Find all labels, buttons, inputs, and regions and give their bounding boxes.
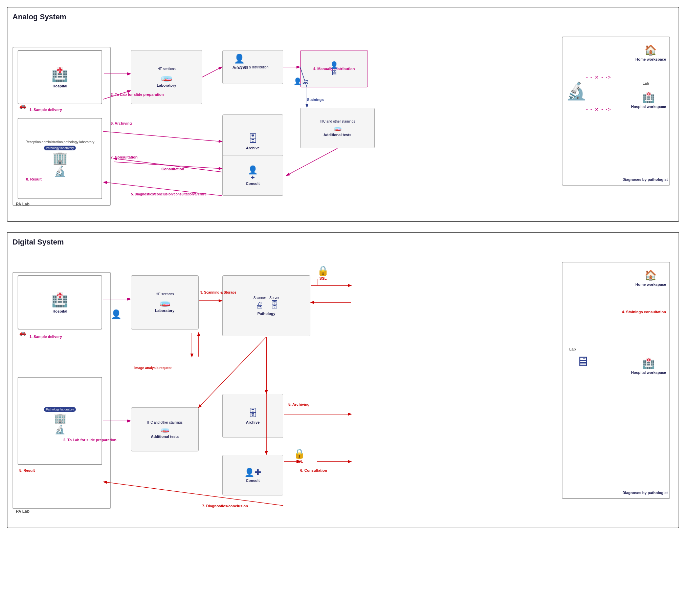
digital-ssl1-label: SSL [319, 276, 327, 280]
digital-archive-box: 🗄 Archive [222, 394, 283, 438]
svg-line-0 [202, 67, 222, 77]
ssl-lock-icon-2: 🔒 [293, 448, 305, 459]
digital-diag-label: 7. Diagnostics/conclusion [202, 504, 248, 508]
digital-consult-box: 👤✚ Consult [222, 455, 283, 495]
analog-consult-box: 👤 ✚ Consult [222, 155, 283, 196]
analog-manually-dist-box: 👤 🖥 4. Manually distribution [300, 50, 368, 87]
digital-ihc-slides-icon: 🧫 [160, 424, 170, 433]
digital-car-icon: 🚗 [19, 330, 26, 336]
analog-reception-box: Reception administration pathology labor… [18, 118, 102, 199]
digital-archive-label: Archive [246, 420, 260, 424]
manually-dist-label: 4. Manually distribution [313, 67, 355, 71]
digital-additional-label: Additional tests [151, 434, 179, 439]
digital-hospital-box: 🏥 Hospital [18, 275, 102, 330]
digital-consult-icon: 👤✚ [244, 468, 261, 477]
analog-arrow6-label: 6. Archiving [111, 121, 132, 125]
digital-pathology-box: Scanner 🖨 Server 🗄 Pathology [222, 275, 310, 336]
analog-arrow8-label: 8. Result [26, 177, 42, 181]
analog-sorting-box: Sorting & distribution [222, 50, 283, 84]
analog-hospital-label: Hospital [52, 84, 67, 88]
digital-stain-consult-label: 4. Stainings consultation [622, 310, 666, 314]
analog-arrow7-label: 7. Consultation [111, 155, 137, 159]
digital-reception-box: Pathology laboratory 🏢 🔬 [18, 377, 102, 465]
analog-reception-label: Reception administration pathology labor… [25, 140, 94, 144]
main-container: Analog System PA Lab 🏥 Hospital Receptio… [7, 7, 679, 528]
analog-diagnoses-label: Diagnoses by pathologist [622, 177, 668, 182]
analog-system-section: Analog System PA Lab 🏥 Hospital Receptio… [7, 7, 679, 222]
digital-archive-icon: 🗄 [248, 407, 258, 419]
analog-consult-label: Consult [246, 182, 260, 186]
hospital-icon: 🏥 [51, 67, 68, 83]
archive-icon: 🗄 [248, 133, 258, 145]
digital-server-icon: 🗄 [269, 300, 279, 310]
digital-slides-icon: 🧫 [159, 296, 171, 307]
analog-home-label: Home workspace [636, 57, 666, 61]
digital-ihc-label: IHC and other stainings [147, 421, 183, 424]
analog-pa-lab-label: PA Lab [16, 202, 29, 207]
svg-line-10 [287, 148, 337, 175]
digital-home-workspace: 🏠 Home workspace [636, 269, 666, 286]
analog-additional-label: Additional tests [324, 133, 352, 137]
digital-building-icon: 🏢 [54, 412, 66, 424]
digital-server-label: Server [269, 296, 279, 300]
analog-lab-label: Laboratory [157, 83, 176, 87]
digital-hospital-ws-icon: 🏥 [642, 357, 655, 369]
analog-workspace-area: 🔬 🏠 Home workspace 🏥 Hospital workspace … [562, 37, 670, 186]
digital-result-label: 8. Result [19, 468, 35, 472]
analog-lab-label-right: Lab [642, 81, 649, 85]
home-icon: 🏠 [644, 44, 657, 56]
analog-archive-label: Archive [246, 146, 260, 150]
digital-arrow2-label: 2. To Lab for slide preparation [63, 438, 116, 442]
digital-pathlab-badge: Pathology laboratory [44, 407, 76, 412]
digital-lab-label: Laboratory [155, 309, 174, 313]
digital-ssl2-box: 🔒 SSL [293, 448, 305, 463]
analog-hospital-workspace: 🏥 Hospital workspace [631, 91, 666, 109]
digital-ssl1-box: 🔒 SSL [317, 265, 329, 280]
analog-microscope-icon: 🔬 [566, 81, 587, 101]
digital-person-icon: 👤 [111, 309, 121, 320]
analog-home-workspace: 🏠 Home workspace [636, 44, 666, 61]
analog-arrow5-label: 5. Diagnostics/conclusion/consultation/a… [131, 192, 206, 196]
analog-ihc-box: IHC and other stainings 🧫 Additional tes… [300, 108, 375, 148]
digital-pa-lab-label: PA Lab [16, 509, 29, 514]
digital-home-label: Home workspace [636, 282, 666, 286]
analog-arrow2-label: 2. To Lab for slide preparation [111, 92, 164, 97]
digital-monitor-icon: 🖥 [576, 354, 590, 369]
analog-diagram: PA Lab 🏥 Hospital Reception administrati… [13, 26, 673, 216]
digital-diagram: PA Lab 🏥 Hospital Pathology laboratory 🏢… [13, 252, 673, 523]
digital-scanner-label: Scanner [253, 296, 266, 300]
digital-img-req-label: Image analysis request [134, 366, 172, 370]
analog-pathlab-badge: Pathology laboratory [44, 146, 76, 150]
analog-analyst-label: Analyst [233, 65, 246, 69]
analog-arrow1-label: 1. Sample delivery [29, 108, 62, 112]
consult-person-icon: 👤 [248, 165, 258, 175]
digital-consult-label-num: 6. Consultation [300, 468, 327, 472]
digital-workspace-area: 4. Stainings consultation 🏠 Home workspa… [562, 262, 670, 499]
consult-plus-icon: ✚ [251, 175, 255, 180]
digital-microscope-icon: 🔬 [54, 424, 65, 435]
digital-hospital-label: Hospital [52, 309, 67, 313]
reception-microscope-icon: 🔬 [54, 165, 66, 177]
digital-diagnoses-label: Diagnoses by pathologist [622, 491, 668, 495]
digital-arrow1-label: 1. Sample delivery [29, 335, 62, 339]
digital-ihc-box: IHC and other stainings 🧫 Additional tes… [131, 407, 199, 451]
analog-hospital-box: 🏥 Hospital [18, 50, 102, 104]
digital-hospital-icon: 🏥 [51, 292, 68, 308]
analog-title: Analog System [13, 13, 673, 21]
analyst-person-icon: 👤 [234, 54, 245, 64]
ssl-lock-icon-1: 🔒 [317, 265, 329, 276]
digital-archiving-label: 5. Archiving [288, 402, 310, 406]
svg-line-4 [103, 131, 222, 142]
digital-ssl2-label: SSL [296, 459, 303, 463]
analog-dashed-arrow-bot: - - ✕ - -> [586, 107, 611, 112]
digital-pathology-label: Pathology [257, 312, 275, 316]
lab-slides-icon: 🧫 [161, 71, 173, 82]
analog-ihc-label: IHC and other stainings [320, 120, 355, 123]
analog-arrow1-icon: 🚗 [19, 103, 26, 109]
reception-building-icon: 🏢 [52, 151, 68, 165]
digital-home-icon: 🏠 [644, 269, 657, 281]
digital-hospital-workspace-label: Hospital workspace [631, 370, 666, 375]
analog-hospital-workspace-label: Hospital workspace [631, 105, 666, 109]
analog-he-sections-label: HE sections [157, 67, 175, 71]
ihc-slides-icon: 🧫 [333, 123, 342, 131]
